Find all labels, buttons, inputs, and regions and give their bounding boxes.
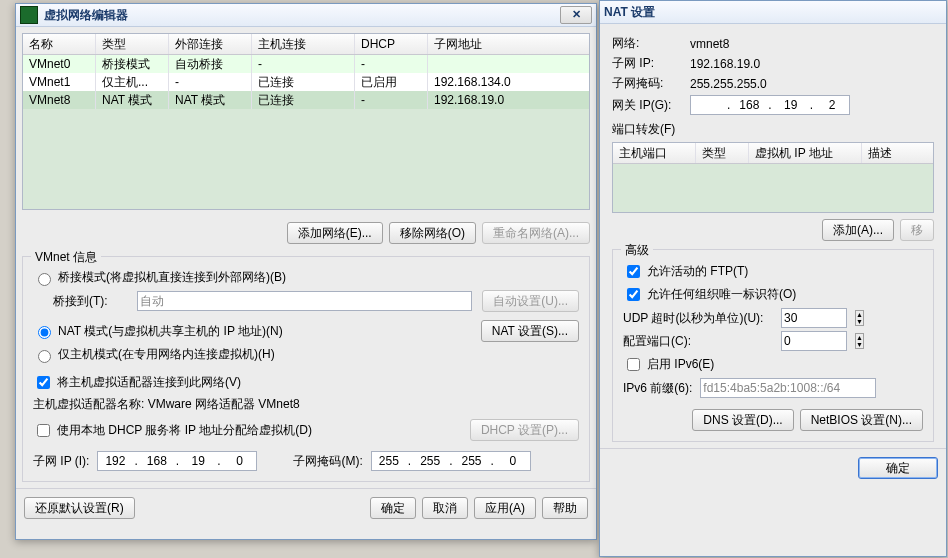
table-row[interactable]: VMnet0 桥接模式 自动桥接 - - [23, 55, 589, 73]
network-table: 名称 类型 外部连接 主机连接 DHCP 子网地址 VMnet0 桥接模式 自动… [22, 33, 590, 210]
dhcp-settings-button: DHCP 设置(P)... [470, 419, 579, 441]
port-forward-label: 端口转发(F) [612, 121, 934, 138]
network-table-header: 名称 类型 外部连接 主机连接 DHCP 子网地址 [23, 34, 589, 55]
close-icon[interactable]: ✕ [560, 6, 592, 24]
table-empty-area [23, 109, 589, 209]
table-row[interactable]: VMnet1 仅主机... - 已连接 已启用 192.168.134.0 [23, 73, 589, 91]
gateway-ip-field[interactable]: . . . [690, 95, 850, 115]
subnet-ip-label: 子网 IP (I): [33, 453, 89, 470]
bridge-mode-radio[interactable] [38, 273, 51, 286]
adapter-name-label: 主机虚拟适配器名称: VMware 网络适配器 VMnet8 [33, 396, 579, 413]
subnet-mask-label: 子网掩码(M): [293, 453, 362, 470]
nat-settings-button[interactable]: NAT 设置(S)... [481, 320, 579, 342]
col-type[interactable]: 类型 [96, 34, 169, 54]
gateway-label: 网关 IP(G): [612, 97, 682, 114]
netbios-settings-button[interactable]: NetBIOS 设置(N)... [800, 409, 923, 431]
spinner-icon[interactable]: ▲▼ [855, 333, 864, 349]
nat-title: NAT 设置 [604, 4, 655, 21]
col-subnet[interactable]: 子网地址 [428, 34, 589, 54]
allow-oui-checkbox[interactable] [627, 288, 640, 301]
dns-settings-button[interactable]: DNS 设置(D)... [692, 409, 793, 431]
subnet-mask-field[interactable]: . . . [371, 451, 531, 471]
nat-mode-label: NAT 模式(与虚拟机共享主机的 IP 地址)(N) [58, 323, 283, 340]
ipv6-prefix-field [700, 378, 876, 398]
connect-host-adapter-label: 将主机虚拟适配器连接到此网络(V) [57, 374, 241, 391]
nat-subnetip-label: 子网 IP: [612, 55, 682, 72]
col-ext[interactable]: 外部连接 [169, 34, 252, 54]
use-dhcp-checkbox[interactable] [37, 424, 50, 437]
ipv6-prefix-label: IPv6 前缀(6): [623, 380, 692, 397]
auto-settings-button: 自动设置(U)... [482, 290, 579, 312]
advanced-legend: 高级 [621, 242, 653, 259]
nat-mask-label: 子网掩码: [612, 75, 682, 92]
enable-ipv6-label: 启用 IPv6(E) [647, 356, 714, 373]
nat-mask-value: 255.255.255.0 [690, 77, 767, 91]
col-host[interactable]: 主机连接 [252, 34, 355, 54]
bridge-to-select [137, 291, 472, 311]
col-desc[interactable]: 描述 [862, 143, 933, 163]
ok-button[interactable]: 确定 [370, 497, 416, 519]
spinner-icon[interactable]: ▲▼ [855, 310, 864, 326]
add-network-button[interactable]: 添加网络(E)... [287, 222, 383, 244]
bridge-mode-label: 桥接模式(将虚拟机直接连接到外部网络)(B) [58, 269, 286, 286]
allow-ftp-label: 允许活动的 FTP(T) [647, 263, 748, 280]
restore-defaults-button[interactable]: 还原默认设置(R) [24, 497, 135, 519]
nat-titlebar[interactable]: NAT 设置 [600, 1, 946, 24]
advanced-group: 高级 允许活动的 FTP(T) 允许任何组织唯一标识符(O) UDP 超时(以秒… [612, 249, 934, 442]
apply-button[interactable]: 应用(A) [474, 497, 536, 519]
bridge-to-label: 桥接到(T): [53, 293, 133, 310]
vne-titlebar[interactable]: 虚拟网络编辑器 ✕ [16, 4, 596, 27]
vne-title: 虚拟网络编辑器 [44, 7, 128, 24]
cancel-button[interactable]: 取消 [422, 497, 468, 519]
hostonly-mode-label: 仅主机模式(在专用网络内连接虚拟机)(H) [58, 346, 275, 363]
subnet-ip-field[interactable]: . . . [97, 451, 257, 471]
col-hostport[interactable]: 主机端口 [613, 143, 696, 163]
allow-oui-label: 允许任何组织唯一标识符(O) [647, 286, 796, 303]
virtual-network-editor-window: 虚拟网络编辑器 ✕ 名称 类型 外部连接 主机连接 DHCP 子网地址 VMne… [15, 3, 597, 540]
help-button[interactable]: 帮助 [542, 497, 588, 519]
config-port-label: 配置端口(C): [623, 333, 773, 350]
udp-timeout-field[interactable] [781, 308, 847, 328]
allow-ftp-checkbox[interactable] [627, 265, 640, 278]
col-dhcp[interactable]: DHCP [355, 34, 428, 54]
pf-add-button[interactable]: 添加(A)... [822, 219, 894, 241]
nat-mode-radio[interactable] [38, 326, 51, 339]
use-dhcp-label: 使用本地 DHCP 服务将 IP 地址分配给虚拟机(D) [57, 422, 312, 439]
nat-ok-button[interactable]: 确定 [858, 457, 938, 479]
enable-ipv6-checkbox[interactable] [627, 358, 640, 371]
vmnet-info-legend: VMnet 信息 [31, 249, 101, 266]
nat-settings-window: NAT 设置 网络:vmnet8 子网 IP:192.168.19.0 子网掩码… [599, 0, 947, 557]
table-row[interactable]: VMnet8 NAT 模式 NAT 模式 已连接 - 192.168.19.0 [23, 91, 589, 109]
col-name[interactable]: 名称 [23, 34, 96, 54]
col-vmip[interactable]: 虚拟机 IP 地址 [749, 143, 862, 163]
nat-net-label: 网络: [612, 35, 682, 52]
vmnet-info-group: VMnet 信息 桥接模式(将虚拟机直接连接到外部网络)(B) 桥接到(T): … [22, 256, 590, 482]
connect-host-adapter-checkbox[interactable] [37, 376, 50, 389]
col-pftype[interactable]: 类型 [696, 143, 749, 163]
remove-network-button[interactable]: 移除网络(O) [389, 222, 476, 244]
config-port-field[interactable] [781, 331, 847, 351]
nat-net-value: vmnet8 [690, 37, 729, 51]
app-icon [20, 6, 38, 24]
udp-timeout-label: UDP 超时(以秒为单位)(U): [623, 310, 773, 327]
pf-empty-area [613, 164, 933, 212]
pf-remove-button: 移 [900, 219, 934, 241]
rename-network-button: 重命名网络(A)... [482, 222, 590, 244]
hostonly-mode-radio[interactable] [38, 350, 51, 363]
nat-subnetip-value: 192.168.19.0 [690, 57, 760, 71]
port-forward-table: 主机端口 类型 虚拟机 IP 地址 描述 [612, 142, 934, 213]
